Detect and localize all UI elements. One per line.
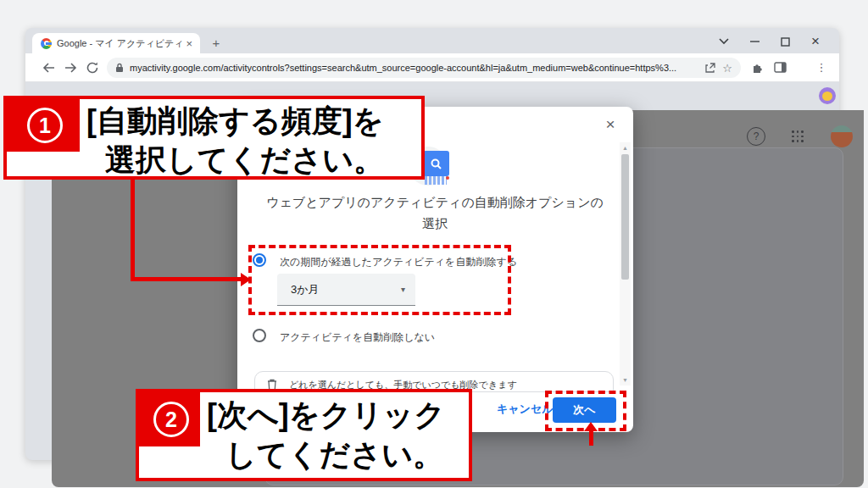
window-controls: × <box>715 33 824 50</box>
google-apps-grid-icon[interactable] <box>792 130 804 142</box>
next-arrow-shaft <box>589 430 593 446</box>
radio-no-delete[interactable] <box>253 329 266 342</box>
maximize-button-icon[interactable] <box>776 33 793 50</box>
extensions-puzzle-icon[interactable] <box>749 59 765 75</box>
dialog-scrollbar[interactable]: ▲ ▼ <box>620 142 631 385</box>
connector-line-vertical <box>131 178 135 281</box>
help-icon[interactable]: ? <box>747 127 765 146</box>
window-close-icon[interactable]: × <box>807 33 824 50</box>
radio-no-delete-label[interactable]: アクティビティを自動削除しない <box>280 330 435 345</box>
forward-icon[interactable] <box>63 60 78 75</box>
scrollbar-thumb[interactable] <box>621 154 629 280</box>
tab-title: Google - マイ アクティビティ <box>57 37 183 50</box>
step2-text-line2: してください。 <box>225 435 443 476</box>
back-icon[interactable] <box>41 60 56 75</box>
url-text: myactivity.google.com/activitycontrols?s… <box>130 63 704 73</box>
highlight-box-frequency <box>248 245 511 315</box>
shredder-dot-icon <box>446 176 449 180</box>
screenshot-root: Google - マイ アクティビティ × + × myactivity.goo… <box>0 0 868 488</box>
step1-text-line1: [自動削除する頻度]を <box>86 101 384 142</box>
page-profile-avatar[interactable] <box>831 125 853 147</box>
callout-step2: 2 [次へ]をクリック してください。 <box>136 389 472 481</box>
scroll-down-icon[interactable]: ▼ <box>620 377 631 383</box>
dialog-close-icon[interactable]: × <box>600 114 620 135</box>
shredder-strips-icon <box>425 176 447 185</box>
step2-text-line1: [次へ]をクリック <box>207 395 445 436</box>
step1-text-line2: 選択してください。 <box>105 140 384 181</box>
side-panel-icon[interactable] <box>772 59 787 75</box>
minimize-button-icon[interactable] <box>746 33 763 50</box>
chevron-down-icon[interactable] <box>715 33 732 50</box>
reload-icon[interactable] <box>85 60 100 75</box>
web-app-activity-icon <box>423 151 449 176</box>
menu-dots-icon[interactable]: ⋮ <box>814 59 829 75</box>
bookmark-star-icon[interactable]: ☆ <box>722 62 732 75</box>
tab-close-icon[interactable]: × <box>183 37 195 50</box>
google-favicon-icon <box>41 38 52 49</box>
callout-step1: 1 [自動削除する頻度]を 選択してください。 <box>3 96 425 180</box>
dialog-title: ウェブとアプリのアクティビティの自動削除オプションの 選択 <box>248 191 621 234</box>
browser-profile-avatar[interactable] <box>819 87 836 104</box>
step1-number-badge: 1 <box>27 108 63 143</box>
browser-tab[interactable]: Google - マイ アクティビティ × <box>32 33 200 53</box>
next-arrowhead-up <box>584 422 598 431</box>
scroll-up-icon[interactable]: ▲ <box>620 145 631 151</box>
connector-arrowhead-right <box>241 273 251 286</box>
new-tab-button[interactable]: + <box>209 36 224 51</box>
lock-icon <box>115 63 124 73</box>
connector-line-horizontal <box>131 277 242 281</box>
address-bar[interactable]: myactivity.google.com/activitycontrols?s… <box>107 58 741 78</box>
share-icon[interactable] <box>704 63 715 74</box>
step2-number-badge: 2 <box>153 402 189 437</box>
